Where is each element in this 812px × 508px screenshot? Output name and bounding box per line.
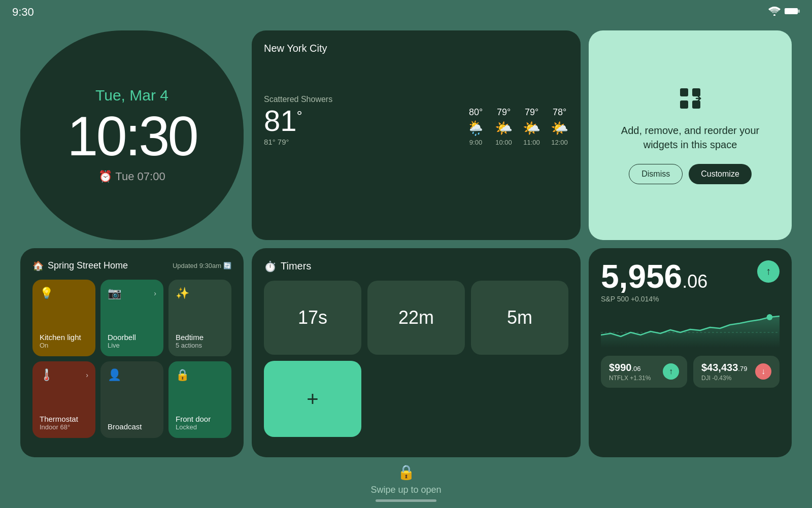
- sh-item-top: 📷 ›: [108, 287, 156, 300]
- smarthome-item-kitchen-light[interactable]: 💡 Kitchen light On: [32, 280, 95, 356]
- sh-item-top: 🌡️ ›: [40, 368, 88, 382]
- stock-sub-price: $43,433.79: [701, 362, 747, 374]
- svg-rect-5: [680, 100, 688, 109]
- sh-item-info: Front door Locked: [176, 411, 224, 431]
- smarthome-item-thermostat[interactable]: 🌡️ › Thermostat Indoor 68°: [32, 361, 95, 438]
- sh-item-icon: 💡: [40, 287, 53, 300]
- stock-up-button[interactable]: ↑: [757, 260, 780, 283]
- weather-forecast: 80° 🌦️ 9:00 79° 🌤️ 10:00 79° 🌤️ 11:00 78…: [467, 107, 568, 146]
- forecast-temp: 79°: [497, 107, 511, 118]
- svg-point-9: [767, 314, 773, 320]
- sh-item-label: Front door: [176, 415, 224, 423]
- sh-item-icon: ✨: [176, 287, 189, 300]
- forecast-temp: 79°: [525, 107, 538, 118]
- svg-rect-6: [692, 100, 700, 109]
- weather-temp: 81°: [264, 106, 447, 136]
- smarthome-header: 🏠 Spring Street Home Updated 9:30am 🔄: [32, 260, 231, 272]
- sh-item-label: Bedtime: [176, 333, 224, 342]
- forecast-icon: 🌤️: [495, 120, 513, 137]
- forecast-item: 79° 🌤️ 11:00: [523, 107, 540, 146]
- stock-trend-badge: ↓: [755, 363, 771, 380]
- smarthome-name: Spring Street Home: [48, 260, 128, 271]
- forecast-item: 78° 🌤️ 12:00: [551, 107, 568, 146]
- weather-city: New York City: [264, 43, 568, 54]
- smarthome-item-front-door[interactable]: 🔒 Front door Locked: [168, 361, 231, 438]
- status-icons: [768, 7, 800, 18]
- smarthome-widget: 🏠 Spring Street Home Updated 9:30am 🔄 💡 …: [20, 248, 244, 458]
- refresh-icon[interactable]: 🔄: [223, 262, 231, 269]
- sh-item-icon: 📷: [108, 287, 121, 300]
- sh-item-icon: 🔒: [176, 368, 189, 382]
- weather-widget: New York City Scattered Showers 81° 81° …: [252, 30, 581, 240]
- sh-item-icon: 🌡️: [40, 368, 53, 382]
- lock-icon: 🔒: [397, 464, 415, 481]
- stock-sub-left: $990.06 NTFLX +1.31%: [609, 362, 651, 382]
- timers-title: Timers: [281, 260, 311, 272]
- timers-grid: 17s22m5m+: [264, 281, 568, 437]
- sh-item-sub: Locked: [176, 423, 224, 431]
- customize-button[interactable]: Customize: [689, 164, 752, 184]
- swipe-bar[interactable]: [376, 499, 436, 502]
- sh-item-sub: On: [40, 342, 88, 349]
- timers-widget: ⏱️ Timers 17s22m5m+: [252, 248, 581, 458]
- alarm-time: Tue 07:00: [115, 170, 165, 183]
- weather-condition: Scattered Showers: [264, 95, 447, 104]
- sh-item-sub: 5 actions: [176, 342, 224, 349]
- bottom-bar: 🔒 Swipe up to open: [0, 457, 812, 508]
- stock-trend-badge: ↑: [663, 363, 679, 380]
- stock-sub-item: $990.06 NTFLX +1.31% ↑: [601, 356, 687, 388]
- weather-main: Scattered Showers 81° 81° 79° 80° 🌦️ 9:0…: [264, 95, 568, 146]
- forecast-item: 80° 🌦️ 9:00: [467, 107, 485, 146]
- add-timer-button[interactable]: +: [264, 361, 361, 437]
- sh-item-top: 💡: [40, 287, 88, 300]
- forecast-icon: 🌤️: [523, 120, 540, 137]
- dismiss-button[interactable]: Dismiss: [629, 164, 683, 184]
- sh-item-info: Doorbell Live: [108, 329, 156, 349]
- timer-item[interactable]: 22m: [367, 281, 465, 355]
- forecast-icon: 🌤️: [551, 120, 568, 137]
- sh-item-icon: 👤: [108, 368, 121, 382]
- smarthome-item-doorbell[interactable]: 📷 › Doorbell Live: [100, 280, 163, 356]
- sh-item-top: ✨: [176, 287, 224, 300]
- forecast-time: 11:00: [523, 139, 540, 146]
- sh-item-label: Thermostat: [40, 415, 88, 423]
- smarthome-grid: 💡 Kitchen light On 📷 › Doorbell Live ✨: [32, 280, 231, 438]
- home-icon: 🏠: [32, 260, 44, 272]
- weather-hi-lo: 81° 79°: [264, 138, 447, 146]
- stock-price-value: 5,956: [601, 258, 682, 295]
- stock-sub-item: $43,433.79 DJI -0.43% ↓: [693, 356, 780, 388]
- timer-item[interactable]: 17s: [264, 281, 361, 355]
- stock-sub-left: $43,433.79 DJI -0.43%: [701, 362, 747, 382]
- sh-item-info: Bedtime 5 actions: [176, 329, 224, 349]
- smarthome-item-broadcast[interactable]: 👤 Broadcast: [100, 361, 163, 438]
- forecast-time: 12:00: [551, 139, 568, 146]
- sh-item-info: Thermostat Indoor 68°: [40, 411, 88, 431]
- clock-widget: Tue, Mar 4 10:30 ⏰ Tue 07:00: [20, 30, 244, 240]
- widget-card: Add, remove, and reorder your widgets in…: [589, 30, 792, 240]
- sh-item-label: Kitchen light: [40, 333, 88, 342]
- timer-icon: ⏱️: [264, 260, 277, 273]
- updated-text: Updated 9:30am: [173, 262, 221, 269]
- sh-item-top: 🔒: [176, 368, 224, 382]
- sh-item-label: Doorbell: [108, 333, 156, 342]
- svg-rect-3: [680, 88, 688, 96]
- smarthome-title: 🏠 Spring Street Home: [32, 260, 128, 272]
- sh-item-info: Kitchen light On: [40, 329, 88, 349]
- main-grid: Tue, Mar 4 10:30 ⏰ Tue 07:00 New York Ci…: [20, 30, 792, 457]
- forecast-time: 10:00: [495, 139, 512, 146]
- sh-item-top: 👤: [108, 368, 156, 382]
- widget-card-icon: [678, 86, 702, 115]
- stock-sub-cents: .79: [738, 365, 747, 372]
- smarthome-updated: Updated 9:30am 🔄: [173, 262, 231, 269]
- smarthome-item-bedtime[interactable]: ✨ Bedtime 5 actions: [168, 280, 231, 356]
- timer-item[interactable]: 5m: [471, 281, 568, 355]
- widget-card-text: Add, remove, and reorder your widgets in…: [605, 123, 775, 152]
- sh-item-sub: Indoor 68°: [40, 423, 88, 431]
- stock-sub-name: DJI -0.43%: [701, 375, 747, 382]
- svg-point-0: [773, 14, 775, 16]
- chevron-icon: ›: [154, 289, 156, 297]
- clock-date: Tue, Mar 4: [95, 87, 168, 104]
- svg-rect-2: [798, 10, 800, 13]
- stock-sub-grid: $990.06 NTFLX +1.31% ↑ $43,433.79 DJI -0…: [601, 356, 780, 388]
- sh-item-info: Broadcast: [108, 418, 156, 431]
